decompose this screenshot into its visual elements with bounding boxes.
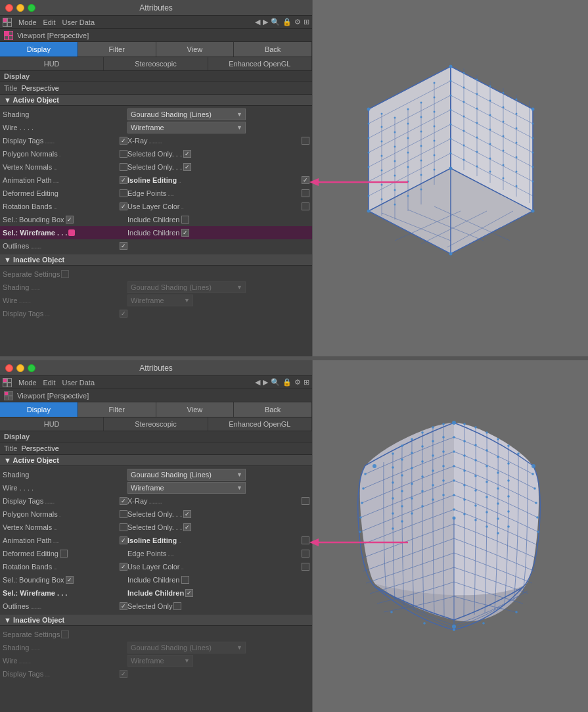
svg-rect-140 <box>3 383 7 387</box>
bottom-checkbox-inactive-display-tags[interactable] <box>120 670 127 678</box>
bottom-shading-dropdown[interactable]: Gouraud Shading (Lines) ▼ <box>127 469 246 481</box>
checkbox-include-children-1[interactable] <box>181 216 189 224</box>
checkbox-isoline-editing-top[interactable] <box>302 176 309 184</box>
bottom-expand-icon[interactable]: ⊞ <box>304 378 309 387</box>
svg-marker-9 <box>309 178 319 186</box>
bottom-minimize-button[interactable] <box>16 364 24 372</box>
svg-point-215 <box>432 454 434 457</box>
svg-point-46 <box>531 210 534 213</box>
bottom-checkbox-xray[interactable] <box>302 497 309 505</box>
title-value: Perspective <box>21 84 58 92</box>
checkbox-separate-settings[interactable] <box>61 270 69 278</box>
shading-dropdown[interactable]: Gouraud Shading (Lines) ▼ <box>127 108 246 120</box>
bottom-checkbox-selected-only-vertex[interactable] <box>183 523 191 531</box>
svg-point-112 <box>420 131 422 133</box>
svg-point-220 <box>362 487 365 490</box>
bottom-inactive-wire-dropdown[interactable]: Wireframe ▼ <box>127 655 193 667</box>
checkbox-display-tags[interactable] <box>120 137 127 145</box>
svg-point-176 <box>463 469 466 472</box>
menu-edit[interactable]: Edit <box>43 18 56 26</box>
inactive-shading-dropdown[interactable]: Gouraud Shading (Lines) ▼ <box>127 281 246 293</box>
bottom-checkbox-bounding-box[interactable] <box>66 576 74 584</box>
bottom-wire-dropdown[interactable]: Wireframe ▼ <box>127 482 246 494</box>
tab-enhanced-opengl[interactable]: Enhanced OpenGL <box>208 57 312 70</box>
wire-dropdown[interactable]: Wireframe ▼ <box>127 122 246 133</box>
bottom-menu-mode[interactable]: Mode <box>18 379 37 387</box>
checkbox-use-layer-color[interactable] <box>302 202 309 210</box>
svg-point-67 <box>502 121 504 123</box>
svg-rect-1 <box>8 18 11 22</box>
close-button[interactable] <box>5 4 13 12</box>
checkbox-xray[interactable] <box>302 137 309 145</box>
bottom-inactive-object-header[interactable]: ▼ Inactive Object <box>0 615 312 626</box>
checkbox-bounding-box[interactable] <box>66 216 74 224</box>
checkbox-deformed-editing[interactable] <box>120 189 127 197</box>
checkbox-animation-path[interactable] <box>120 176 127 184</box>
bottom-close-button[interactable] <box>5 364 13 372</box>
checkbox-selected-only-vertex[interactable] <box>183 163 191 171</box>
bottom-search-icon[interactable]: 🔍 <box>271 378 280 387</box>
col-left-7: Sel.: Wireframe . . . <box>3 229 127 237</box>
bottom-checkbox-rotation-bands[interactable] <box>120 563 127 571</box>
checkbox-edge-points[interactable] <box>302 189 309 197</box>
bottom-tab-hud[interactable]: HUD <box>0 417 104 431</box>
bottom-checkbox-include-children-2[interactable] <box>185 589 193 597</box>
bottom-checkbox-animation-path[interactable] <box>120 536 127 544</box>
settings-icon[interactable]: ⚙ <box>294 18 301 26</box>
svg-point-185 <box>486 496 488 498</box>
bottom-settings-icon[interactable]: ⚙ <box>294 378 301 387</box>
checkbox-polygon-normals[interactable] <box>120 150 127 158</box>
minimize-button[interactable] <box>16 4 24 12</box>
checkbox-selected-only-poly[interactable] <box>183 150 191 158</box>
bottom-tab-stereoscopic[interactable]: Stereoscopic <box>104 417 208 431</box>
svg-point-88 <box>502 164 504 166</box>
active-object-header[interactable]: ▼ Active Object <box>0 95 312 106</box>
tab-view[interactable]: View <box>156 42 235 57</box>
svg-point-105 <box>407 123 409 125</box>
checkbox-include-children-2[interactable] <box>181 229 189 237</box>
bottom-checkbox-polygon-normals[interactable] <box>120 510 127 518</box>
tab-filter[interactable]: Filter <box>78 42 156 57</box>
bottom-tab-enhanced-opengl[interactable]: Enhanced OpenGL <box>208 417 312 431</box>
bottom-menu-edit[interactable]: Edit <box>43 379 56 387</box>
top-inactive-object-header[interactable]: ▼ Inactive Object <box>0 254 312 266</box>
bottom-menu-userdata[interactable]: User Data <box>62 379 95 387</box>
bottom-checkbox-outlines[interactable] <box>120 602 127 610</box>
bottom-inactive-shading-dropdown[interactable]: Gouraud Shading (Lines) ▼ <box>127 642 246 653</box>
inactive-wire-dropdown[interactable]: Wireframe ▼ <box>127 295 193 306</box>
bottom-checkbox-separate-settings[interactable] <box>61 630 69 638</box>
menu-mode[interactable]: Mode <box>18 18 37 26</box>
bottom-maximize-button[interactable] <box>28 364 35 372</box>
bottom-checkbox-include-children-1[interactable] <box>181 576 189 584</box>
svg-point-174 <box>533 487 536 490</box>
bottom-row-polygon-normals: Polygon Normals . Selected Only. . . <box>0 508 312 521</box>
maximize-button[interactable] <box>28 4 35 12</box>
tab-back[interactable]: Back <box>234 42 312 57</box>
tab-hud[interactable]: HUD <box>0 57 104 70</box>
bottom-checkbox-isoline-editing[interactable] <box>302 536 309 544</box>
expand-icon[interactable]: ⊞ <box>304 18 309 26</box>
bottom-tab-display[interactable]: Display <box>0 402 78 417</box>
top-titlebar: Attributes <box>0 0 312 16</box>
bottom-tab-view[interactable]: View <box>156 402 235 417</box>
bottom-checkbox-use-layer-color[interactable] <box>302 563 309 571</box>
checkbox-rotation-bands[interactable] <box>120 202 127 210</box>
search-icon[interactable]: 🔍 <box>271 18 280 26</box>
checkbox-outlines[interactable] <box>120 242 127 250</box>
bottom-active-object-header[interactable]: ▼ Active Object <box>0 455 312 466</box>
bottom-checkbox-display-tags[interactable] <box>120 497 127 505</box>
bottom-menu-bar: Mode Edit User Data ◀ ▶ 🔍 🔒 ⚙ ⊞ <box>0 376 312 389</box>
bottom-checkbox-vertex-normals[interactable] <box>120 523 127 531</box>
bottom-checkbox-selected-only-poly[interactable] <box>183 510 191 518</box>
menu-userdata[interactable]: User Data <box>62 18 95 26</box>
bottom-active-settings: Shading Gouraud Shading (Lines) ▼ Wire .… <box>0 466 312 615</box>
bottom-tab-back[interactable]: Back <box>234 402 312 417</box>
checkbox-vertex-normals[interactable] <box>120 163 127 171</box>
bottom-checkbox-edge-points[interactable] <box>302 550 309 558</box>
checkbox-inactive-display-tags[interactable] <box>120 310 127 318</box>
bottom-checkbox-selected-only-outlines[interactable] <box>173 602 181 610</box>
tab-stereoscopic[interactable]: Stereoscopic <box>104 57 208 70</box>
tab-display[interactable]: Display <box>0 42 78 57</box>
bottom-checkbox-deformed-editing[interactable] <box>60 550 68 558</box>
bottom-tab-filter[interactable]: Filter <box>78 402 156 417</box>
